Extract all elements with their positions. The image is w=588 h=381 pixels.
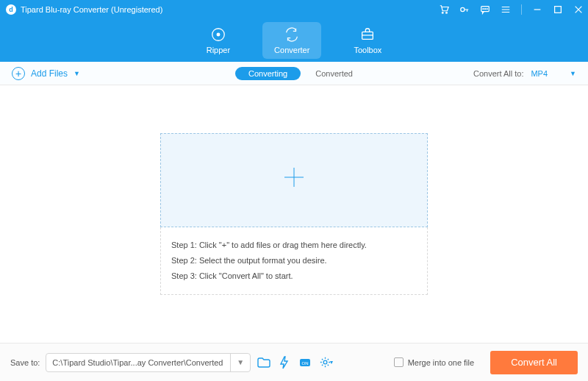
toolbox-icon — [359, 26, 376, 43]
svg-rect-7 — [555, 7, 562, 13]
svg-point-2 — [461, 7, 465, 11]
svg-point-13 — [323, 360, 327, 364]
svg-text:ON: ON — [302, 361, 309, 366]
svg-point-5 — [485, 9, 486, 10]
big-plus-icon — [282, 165, 306, 196]
plus-icon: + — [12, 67, 25, 80]
nav-toolbox[interactable]: Toolbox — [342, 22, 393, 59]
nav-label: Ripper — [207, 46, 230, 54]
minimize-button[interactable] — [532, 4, 542, 15]
footer: Save to: ▼ ON ▾ Merge into one file Conv… — [0, 343, 588, 381]
format-selector[interactable]: MP4 ▼ — [531, 69, 576, 78]
header: d Tipard Blu-ray Converter (Unregistered… — [0, 0, 588, 62]
main-content: Step 1: Click "+" to add files or drag t… — [0, 85, 588, 343]
path-dropdown-button[interactable]: ▼ — [230, 354, 250, 371]
speed-icon[interactable] — [277, 355, 292, 370]
divider — [521, 4, 522, 15]
nav-ripper[interactable]: Ripper — [195, 22, 242, 59]
converter-icon — [284, 26, 300, 43]
merge-label: Merge into one file — [408, 358, 475, 367]
save-path-input[interactable] — [46, 358, 230, 367]
tab-converted[interactable]: Converted — [315, 69, 353, 78]
cart-icon[interactable] — [439, 4, 449, 15]
svg-point-4 — [483, 9, 484, 10]
main-nav: Ripper Converter Toolbox — [0, 22, 588, 59]
titlebar: d Tipard Blu-ray Converter (Unregistered… — [0, 0, 588, 18]
nav-label: Toolbox — [354, 46, 381, 54]
save-to-label: Save to: — [10, 358, 40, 367]
svg-point-0 — [442, 13, 443, 14]
svg-point-9 — [217, 33, 220, 36]
save-path-box: ▼ — [46, 353, 251, 372]
tab-converting[interactable]: Converting — [235, 67, 301, 80]
feedback-icon[interactable] — [480, 4, 490, 15]
convert-all-format: Convert All to: MP4 ▼ — [473, 69, 576, 78]
step-text: Step 2: Select the output format you des… — [171, 253, 417, 268]
ripper-icon — [210, 26, 226, 43]
nav-converter[interactable]: Converter — [262, 22, 321, 59]
window-title: Tipard Blu-ray Converter (Unregistered) — [21, 5, 439, 14]
menu-icon[interactable] — [501, 4, 511, 15]
sub-toolbar: + Add Files ▼ Converting Converted Conve… — [0, 62, 588, 85]
nav-label: Converter — [274, 46, 309, 54]
add-files-label: Add Files — [31, 68, 68, 79]
checkbox-icon — [394, 357, 404, 367]
chevron-down-icon: ▼ — [570, 70, 576, 77]
svg-point-1 — [446, 13, 448, 14]
key-icon[interactable] — [459, 4, 470, 15]
add-files-button[interactable]: + Add Files ▼ — [12, 67, 80, 80]
app-logo-icon: d — [6, 4, 16, 15]
settings-icon[interactable]: ▾ — [318, 355, 333, 370]
maximize-button[interactable] — [553, 4, 563, 15]
convert-all-button[interactable]: Convert All — [490, 351, 578, 374]
status-tabs: Converting Converted — [235, 67, 353, 80]
step-text: Step 3: Click "Convert All" to start. — [171, 268, 417, 284]
format-value: MP4 — [531, 69, 548, 78]
open-folder-icon[interactable] — [257, 355, 271, 370]
gpu-icon[interactable]: ON — [298, 355, 312, 370]
convert-all-label: Convert All to: — [473, 69, 523, 78]
close-button[interactable] — [573, 4, 584, 15]
merge-checkbox[interactable]: Merge into one file — [394, 357, 475, 367]
drop-zone[interactable] — [160, 133, 428, 227]
svg-point-6 — [487, 9, 487, 10]
dropdown-caret-icon: ▼ — [74, 70, 80, 77]
instructions: Step 1: Click "+" to add files or drag t… — [160, 227, 428, 295]
step-text: Step 1: Click "+" to add files or drag t… — [171, 238, 417, 253]
